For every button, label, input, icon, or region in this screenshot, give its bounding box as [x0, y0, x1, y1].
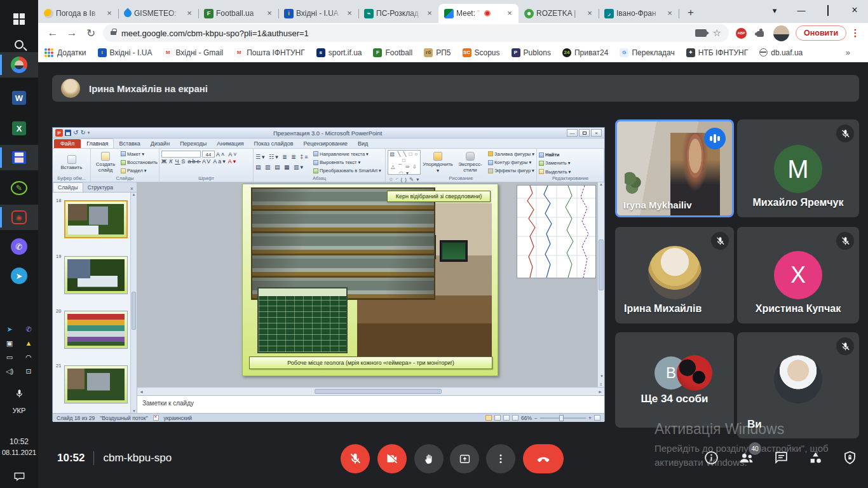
align-buttons[interactable]: ▤ ▥ ▤ ▦ ▥▾ [255, 163, 310, 172]
slide-thumbnail-18[interactable] [64, 200, 128, 238]
font-color-button[interactable]: A▾ [228, 158, 238, 165]
restore-button[interactable] [815, 6, 841, 15]
bold-button[interactable]: Ж [161, 158, 168, 165]
tray-wifi-icon[interactable]: ◠ [25, 353, 32, 362]
undo-icon[interactable]: ↺ [73, 130, 78, 136]
tab-close-icon[interactable]: × [424, 8, 435, 18]
slide-thumbnail-20[interactable] [64, 311, 128, 349]
ppt-tab-file[interactable]: Файл [54, 139, 81, 148]
start-button[interactable] [0, 6, 38, 32]
new-slide-button[interactable]: Создать слайд [93, 150, 118, 175]
ppt-close-button[interactable]: × [591, 129, 602, 137]
font-size-select[interactable]: 44 [202, 151, 215, 158]
bookmark-university-mail[interactable]: MПошта ІФНТУНГ [234, 48, 305, 57]
ppt-tab-review[interactable]: Рецензирование [299, 139, 353, 148]
tab-close-icon[interactable]: × [665, 8, 675, 18]
reading-view-button[interactable] [503, 415, 510, 421]
participant-tile-yaremchuk[interactable]: M Михайло Яремчук [737, 119, 859, 217]
ppt-tab-insert[interactable]: Вставка [114, 139, 145, 148]
panel-close-icon[interactable]: × [127, 186, 137, 192]
url-text[interactable]: meet.google.com/cbm-kbpu-spo?pli=1&authu… [121, 29, 689, 38]
tab-meet-active[interactable]: Meet: "× [438, 4, 519, 23]
taskbar-word-button[interactable]: W [0, 85, 38, 111]
shape-outline-button[interactable]: Контур фигуры ▾ [488, 159, 534, 166]
panel-tab-slides[interactable]: Слайды [53, 182, 83, 192]
keyboard-language[interactable]: УКР [0, 407, 38, 414]
new-tab-button[interactable]: + [682, 4, 699, 21]
tray-warning-icon[interactable]: ▲ [25, 339, 32, 348]
shadow-button[interactable]: S [181, 158, 186, 165]
bookmark-sport[interactable]: ssport.if.ua [316, 48, 362, 57]
bookmarks-overflow-button[interactable]: » [846, 48, 850, 57]
tray-telegram-icon[interactable]: ➤ [6, 325, 12, 334]
bookmark-privat24[interactable]: 24Приват24 [562, 48, 609, 57]
strikethrough-button[interactable]: abc [187, 158, 201, 165]
zoom-slider[interactable] [540, 417, 586, 419]
bookmark-gmail[interactable]: MВхідні - Gmail [163, 48, 223, 57]
action-center-button[interactable] [0, 464, 38, 488]
close-button[interactable]: × [841, 4, 868, 16]
shape-fill-button[interactable]: Заливка фигуры ▾ [488, 151, 534, 158]
taskbar-telegram-button[interactable]: ➤ [0, 263, 38, 288]
participant-tile-iryna-avatar[interactable]: Ірина Михайлів [615, 227, 734, 323]
tray-battery-icon[interactable]: ▭ [6, 353, 13, 362]
bookmark-translator[interactable]: GПерекладач [620, 48, 674, 57]
char-spacing-button[interactable]: AV [202, 158, 212, 165]
slide-notes-area[interactable]: Заметки к слайду [137, 395, 604, 413]
browser-menu-icon[interactable]: ⋮ [849, 27, 862, 39]
host-controls-button[interactable] [842, 450, 858, 466]
system-tray[interactable]: ➤ ✆ ▣ ▲ ▭ ◠ ◁) ⊡ [0, 325, 38, 376]
tab-gismeteo[interactable]: GISMETEO:× [118, 4, 198, 23]
language-indicator[interactable]: украинский [164, 415, 192, 421]
ppt-tab-animation[interactable]: Анимация [212, 139, 248, 148]
arrange-button[interactable]: Упорядочить ▾ [423, 150, 452, 175]
align-text-button[interactable]: Выровнять текст ▾ [313, 159, 381, 166]
tray-volume-icon[interactable]: ◁) [6, 367, 13, 376]
tab-iua-mail[interactable]: iВхідні - I.UA× [278, 4, 358, 23]
activities-button[interactable] [808, 450, 824, 466]
bookmark-football[interactable]: FFootball [373, 48, 412, 57]
participant-tile-kupchak[interactable]: X Христина Купчак [737, 227, 859, 323]
minimize-button[interactable]: — [788, 6, 815, 15]
editor-vertical-scrollbar[interactable]: ▲▼≡ [597, 182, 604, 387]
tab-close-icon[interactable]: × [505, 8, 515, 18]
ppt-tab-transitions[interactable]: Переходы [175, 139, 212, 148]
ppt-quick-access-toolbar[interactable]: P ↺ ↻ ▾ [55, 129, 90, 137]
bookmark-iua[interactable]: iВхідні - I.UA [98, 48, 153, 57]
shape-effects-button[interactable]: Эффекты фигур ▾ [488, 167, 534, 174]
tray-mic-icon[interactable] [0, 385, 38, 402]
spellcheck-icon[interactable] [153, 415, 159, 421]
slide-thumbnail-19[interactable] [64, 256, 128, 294]
zoom-in-button[interactable]: + [588, 415, 592, 421]
bookmark-publons[interactable]: PPublons [512, 48, 551, 57]
slide-thumbnail-21[interactable] [64, 365, 128, 403]
grow-shrink-font-icons[interactable]: A˄ A˅ [216, 151, 238, 158]
bookmark-dbuaf[interactable]: db.uaf.ua [759, 48, 803, 57]
find-button[interactable]: Найти [539, 151, 602, 158]
taskbar-excel-button[interactable]: X [0, 116, 38, 141]
chat-button[interactable] [773, 450, 789, 466]
tab-close-icon[interactable]: × [184, 8, 194, 18]
self-tile[interactable]: Ви [737, 332, 859, 438]
address-bar[interactable]: meet.google.com/cbm-kbpu-spo?pli=1&authu… [103, 24, 729, 42]
bookmark-rp5[interactable]: гбРП5 [424, 48, 451, 57]
meeting-details-button[interactable] [703, 450, 719, 466]
present-now-button[interactable] [450, 444, 479, 473]
camera-toggle-button[interactable] [377, 444, 407, 473]
tab-rozetka[interactable]: ☻ROZETKA |× [519, 4, 599, 23]
taskbar-camera-app-button[interactable]: ◉ [0, 205, 38, 230]
fit-to-window-button[interactable] [594, 415, 600, 421]
participants-button[interactable]: 40 [738, 450, 755, 466]
bookmark-star-icon[interactable]: ☆ [713, 27, 721, 39]
taskbar-viber-button[interactable]: ✆ [0, 234, 38, 259]
ppt-title-bar[interactable]: P ↺ ↻ ▾ Презентация 3.0 - Microsoft Powe… [53, 128, 604, 139]
ppt-tab-slideshow[interactable]: Показ слайдов [249, 139, 299, 148]
profile-avatar[interactable] [773, 25, 789, 41]
shapes-gallery[interactable]: ▧ ╲ ╲ □ ○ □△ ⌒ ⇨ ⇩ ◠ ▾☆ ◜ { } ✎ ▾ [388, 150, 421, 175]
forward-button[interactable]: → [62, 27, 81, 39]
mic-toggle-button[interactable] [341, 444, 370, 473]
layout-button[interactable]: Макет ▾ [121, 151, 158, 158]
chrome-update-button[interactable]: Оновити [796, 25, 846, 41]
change-case-button[interactable]: Aa▾ [213, 158, 227, 165]
bookmark-scopus[interactable]: SCScopus [463, 48, 500, 57]
